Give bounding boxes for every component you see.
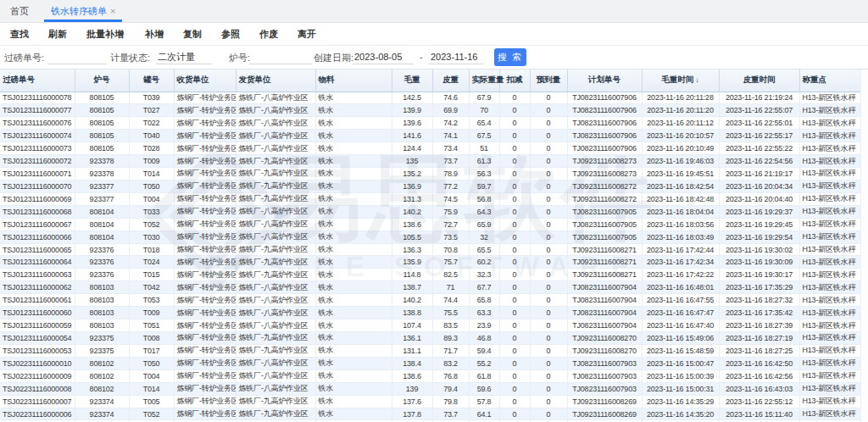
table-row[interactable]: TSJ01231116000076808105T022炼钢厂-转炉业务区炼铁厂-… (0, 117, 861, 130)
date-to-input[interactable] (429, 50, 483, 64)
table-cell: H13-新区铁水秤 (799, 357, 861, 369)
toolbar-button-add[interactable]: 补增 (142, 28, 167, 41)
table-cell: 炼铁厂-九高炉作业区 (236, 192, 315, 205)
table-cell: 79.4 (432, 382, 469, 395)
column-header-13[interactable]: 皮重时间 (719, 69, 799, 92)
column-header-11[interactable]: 计划单号 (567, 69, 642, 92)
column-header-7[interactable]: 皮重 (432, 69, 469, 92)
table-cell: 56.3 (469, 168, 499, 180)
table-row[interactable]: TSJ01231116000073808105T028炼钢厂-转炉业务区炼铁厂-… (0, 142, 861, 155)
table-cell: TSJ01231116000062 (0, 281, 75, 294)
table-cell: 铁水 (315, 332, 392, 345)
tab-iron-transfer-weigh-list[interactable]: 铁水转序磅单× (44, 0, 122, 22)
table-cell: 0 (530, 256, 567, 269)
table-row[interactable]: TSJ01231116000077808105T027炼钢厂-转炉业务区炼铁厂-… (0, 104, 861, 117)
table-row[interactable]: TSJ01231116000054923375T008炼钢厂-转炉业务区炼铁厂-… (0, 332, 861, 345)
table-row[interactable]: TSJ01231116000059808103T051炼钢厂-转炉业务区炼铁厂-… (0, 319, 861, 332)
toolbar-button-leave[interactable]: 离开 (294, 28, 320, 41)
column-header-5[interactable]: 物料 (315, 69, 392, 92)
table-cell: 59.7 (469, 180, 499, 192)
table-cell: 铁水 (315, 369, 392, 382)
column-header-1[interactable]: 炉号 (75, 69, 129, 92)
table-cell: 808104 (75, 205, 129, 218)
table-cell: 2023-11-16 18:03:49 (642, 230, 719, 243)
table-row[interactable]: TSJ02231116000010808102T050炼钢厂-转炉业务区炼铁厂-… (0, 357, 861, 369)
table-cell: H13-新区铁水秤 (799, 319, 861, 332)
table-row[interactable]: TSJ01231116000068808104T033炼钢厂-转炉业务区炼铁厂-… (0, 205, 861, 218)
table-cell: 0 (530, 408, 567, 420)
table-cell: 135 (392, 155, 432, 168)
toolbar-button-find[interactable]: 查找 (7, 28, 32, 41)
table-cell: 808103 (75, 319, 129, 332)
table-cell: 0 (499, 104, 530, 117)
tab-close-icon[interactable]: × (110, 6, 115, 16)
table-row[interactable]: TSJ01231116000063923376T015炼钢厂-转炉业务区炼铁厂-… (0, 269, 861, 281)
scrollbar-track[interactable] (860, 69, 868, 422)
table-row[interactable]: TSJ01231116000070923377T050炼钢厂-转炉业务区炼铁厂-… (0, 180, 861, 192)
table-cell: 炼铁厂-八高炉作业区 (236, 104, 315, 117)
table-cell: 2023-11-16 22:55:07 (719, 104, 799, 117)
toolbar-button-copy[interactable]: 复制 (180, 28, 205, 41)
table-cell: 炼铁厂-八高炉作业区 (236, 369, 315, 382)
column-header-3[interactable]: 收货单位 (174, 69, 236, 92)
table-cell: 2023-11-16 17:35:42 (719, 307, 799, 319)
date-from-input[interactable] (353, 50, 414, 64)
table-cell: TJ08231116007903 (567, 357, 642, 369)
toolbar-button-refresh[interactable]: 刷新 (45, 28, 70, 41)
table-row[interactable]: TSJ02231116000009808102T004炼钢厂-转炉业务区炼铁厂-… (0, 369, 861, 382)
column-header-0[interactable]: 过磅单号 (0, 69, 75, 92)
table-row[interactable]: TSJ01231116000078808105T039炼钢厂-转炉业务区炼铁厂-… (0, 92, 861, 104)
table-row[interactable]: TSJ01231116000060808103T009炼钢厂-转炉业务区炼铁厂-… (0, 307, 861, 319)
search-button[interactable]: 搜 索 (494, 48, 526, 66)
column-header-14[interactable]: 称重点 (799, 69, 861, 92)
table-cell: 808103 (75, 281, 129, 294)
furnace-no-input[interactable] (249, 50, 312, 64)
table-cell: 0 (530, 344, 567, 357)
table-cell: TSJ01231116000071 (0, 168, 75, 180)
table-row[interactable]: TSJ01231116000053923375T017炼钢厂-转炉业务区炼铁厂-… (0, 344, 861, 357)
table-row[interactable]: TSJ01231116000067808104T052炼钢厂-转炉业务区炼铁厂-… (0, 218, 861, 230)
tab-home[interactable]: 首页 (3, 0, 36, 22)
table-row[interactable]: TSJ01231116000065923376T018炼钢厂-转炉业务区炼铁厂-… (0, 243, 861, 256)
table-row[interactable]: TSJ02231116000006923374T052炼钢厂-转炉业务区炼铁厂-… (0, 408, 861, 420)
column-header-6[interactable]: 毛重 (392, 69, 432, 92)
table-cell: 2023-11-16 18:03:56 (642, 218, 719, 230)
table-cell: 114.8 (392, 269, 432, 281)
table-cell: 2023-11-16 17:35:29 (719, 281, 799, 294)
table-cell: 铁水 (315, 117, 392, 130)
weigh-order-no-input[interactable] (47, 50, 107, 64)
table-row[interactable]: TSJ01231116000072923378T009炼钢厂-转炉业务区炼铁厂-… (0, 155, 861, 168)
toolbar-button-void[interactable]: 作废 (256, 28, 281, 41)
table-row[interactable]: TSJ01231116000062808103T042炼钢厂-转炉业务区炼铁厂-… (0, 281, 861, 294)
table-row[interactable]: TSJ01231116000074808105T040炼钢厂-转炉业务区炼铁厂-… (0, 130, 861, 142)
table-cell: 73.7 (432, 408, 469, 420)
table-row[interactable]: TSJ01231116000064923376T024炼钢厂-转炉业务区炼铁厂-… (0, 256, 861, 269)
measure-status-input[interactable] (156, 50, 212, 64)
table-cell: 0 (499, 357, 530, 369)
column-header-4[interactable]: 发货单位 (236, 69, 315, 92)
table-cell: 0 (530, 92, 567, 104)
toolbar-button-batch-add[interactable]: 批量补增 (83, 28, 127, 41)
table-cell: T004 (129, 369, 174, 382)
table-cell: 2023-11-16 16:47:47 (642, 307, 719, 319)
table-row[interactable]: TSJ01231116000071923378T014炼钢厂-转炉业务区炼铁厂-… (0, 168, 861, 180)
table-row[interactable]: TSJ01231116000066808104T030炼钢厂-转炉业务区炼铁厂-… (0, 230, 861, 243)
table-cell: 炼铁厂-八高炉作业区 (236, 357, 315, 369)
table-row[interactable]: TSJ02231116000008808102T014炼钢厂-转炉业务区炼铁厂-… (0, 382, 861, 395)
column-header-2[interactable]: 罐号 (129, 69, 174, 92)
column-header-8[interactable]: 实际重量 (469, 69, 499, 92)
column-header-10[interactable]: 预到量 (530, 69, 567, 92)
table-cell: 铁水 (315, 192, 392, 205)
table-cell: TSJ02231116000008 (0, 382, 75, 395)
table-row[interactable]: TSJ01231116000061808103T053炼钢厂-转炉业务区炼铁厂-… (0, 294, 861, 307)
table-cell: T033 (129, 205, 174, 218)
table-cell: 铁水 (315, 294, 392, 307)
table-cell: 炼钢厂-转炉业务区 (174, 382, 236, 395)
column-header-12[interactable]: 毛重时间↓ (642, 69, 719, 92)
table-cell: 0 (499, 344, 530, 357)
table-row[interactable]: TSJ02231116000007923374T005炼钢厂-转炉业务区炼铁厂-… (0, 395, 861, 408)
toolbar-button-reference[interactable]: 参照 (218, 28, 243, 41)
table-cell: 808104 (75, 230, 129, 243)
table-row[interactable]: TSJ01231116000069923377T004炼钢厂-转炉业务区炼铁厂-… (0, 192, 861, 205)
table-cell: 炼铁厂-八高炉作业区 (236, 218, 315, 230)
